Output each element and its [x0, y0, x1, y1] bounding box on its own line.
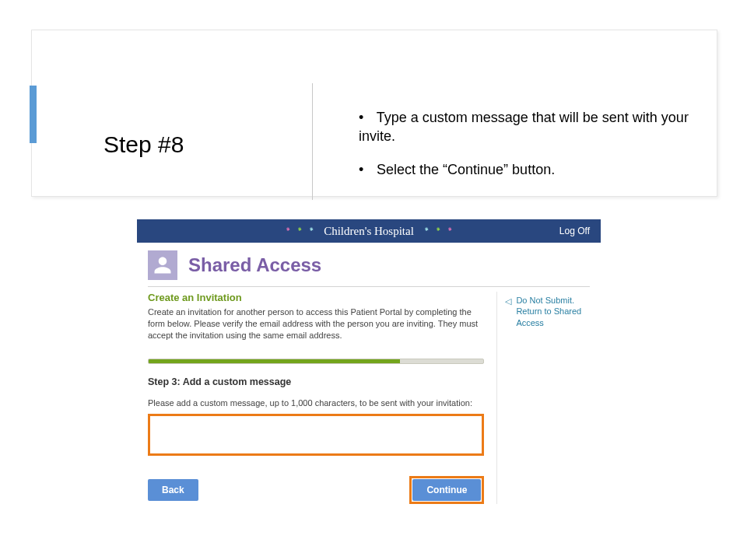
- bullet-item: • Select the “Continue” button.: [359, 160, 724, 179]
- continue-button[interactable]: Continue: [412, 479, 481, 501]
- wizard-step-instruction: Please add a custom message, up to 1,000…: [148, 398, 484, 408]
- return-link-line2: Return to Shared Access: [516, 306, 581, 327]
- return-link-line1: Do Not Submit.: [516, 296, 574, 305]
- bullet-text: Type a custom message that will be sent …: [359, 110, 689, 144]
- page-title: Shared Access: [188, 254, 321, 276]
- continue-highlight: Continue: [409, 476, 484, 504]
- back-button[interactable]: Back: [148, 479, 198, 501]
- section-heading: Create an Invitation: [148, 292, 484, 303]
- wizard-step-label: Step 3: Add a custom message: [148, 376, 484, 387]
- accent-bar: [30, 86, 37, 143]
- portal-screenshot: Children's Hospital Log Off Shared Acces…: [137, 219, 601, 515]
- progress-fill: [149, 359, 400, 363]
- vertical-divider: [312, 83, 313, 200]
- brand-name: Children's Hospital: [324, 225, 414, 238]
- bullet-dot-icon: •: [359, 108, 373, 127]
- return-link[interactable]: ◁ Do Not Submit. Return to Shared Access: [505, 295, 590, 328]
- handprints-left-icon: [283, 226, 316, 236]
- divider: [148, 286, 590, 287]
- bullet-dot-icon: •: [359, 160, 373, 179]
- bullet-item: • Type a custom message that will be sen…: [359, 108, 724, 146]
- section-description: Create an invitation for another person …: [148, 306, 484, 341]
- step-title: Step #8: [103, 131, 184, 158]
- triangle-left-icon: ◁: [505, 296, 511, 306]
- user-icon: [152, 254, 174, 276]
- brand: Children's Hospital: [283, 225, 454, 238]
- main-column: Create an Invitation Create an invitatio…: [148, 292, 496, 504]
- side-column: ◁ Do Not Submit. Return to Shared Access: [496, 292, 590, 504]
- avatar: [148, 250, 177, 280]
- logoff-link[interactable]: Log Off: [559, 219, 590, 243]
- page-title-row: Shared Access: [137, 243, 601, 286]
- instruction-card: Step #8 • Type a custom message that wil…: [31, 30, 717, 197]
- bullet-text: Select the “Continue” button.: [377, 162, 555, 177]
- portal-header: Children's Hospital Log Off: [137, 219, 601, 243]
- progress-bar: [148, 359, 484, 364]
- handprints-right-icon: [422, 226, 454, 236]
- instruction-bullets: • Type a custom message that will be sen…: [359, 108, 724, 193]
- custom-message-input[interactable]: [148, 414, 484, 456]
